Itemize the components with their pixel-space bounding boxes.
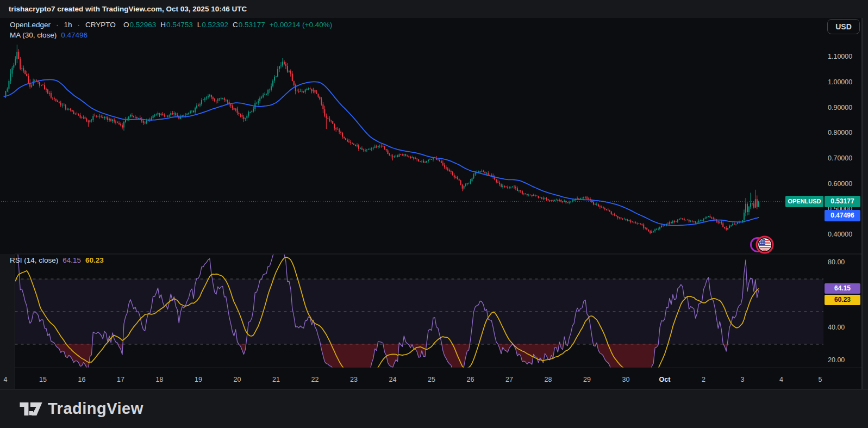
time-tick-label: 27 (505, 376, 513, 383)
high-value: 0.54753 (166, 21, 193, 29)
last-price-badge: 0.53177 (825, 196, 860, 207)
tradingview-wordmark: TradingView (48, 400, 143, 418)
rsi-label: RSI (14, close) (10, 256, 58, 264)
time-tick-label: 24 (389, 376, 397, 383)
time-tick-label: 3 (741, 376, 745, 383)
time-tick-label: Oct (659, 376, 671, 383)
price-tick-label: 0.40000 (828, 231, 852, 238)
time-tick-label: 25 (428, 376, 435, 383)
separator-dot: · (78, 21, 80, 29)
interval-label: 1h (64, 21, 72, 29)
symbol-price-label-badge: OPENLUSD (785, 196, 823, 207)
time-tick-label: 15 (39, 376, 47, 383)
rsi-value: 64.15 (63, 256, 81, 264)
tradingview-snapshot: 1.100001.000000.900000.800000.700000.600… (0, 0, 868, 428)
rsi-tick-label: 80.00 (828, 258, 845, 266)
high-label: H (160, 21, 166, 29)
rsi-value-badge: 64.15 (825, 283, 860, 294)
currency-usd-button[interactable]: USD (827, 19, 860, 34)
time-tick-label: 30 (622, 376, 630, 383)
change-value: +0.00214 (+0.40%) (270, 21, 333, 29)
time-tick-label: 18 (156, 376, 164, 383)
time-tick-label: 5 (819, 376, 822, 383)
price-tick-label: 0.60000 (828, 180, 852, 188)
low-label: L (197, 21, 202, 29)
ma-label: MA (30, close) (10, 31, 57, 39)
symbol-name: OpenLedger (10, 21, 51, 29)
open-value: 0.52963 (129, 21, 156, 29)
time-tick-label: 21 (272, 376, 280, 383)
price-tick-label: 0.90000 (828, 104, 852, 111)
price-tick-label: 0.70000 (828, 154, 852, 162)
time-tick-label: 23 (350, 376, 358, 383)
tradingview-logo-icon (20, 402, 42, 415)
separator-dot: · (56, 21, 59, 29)
ma-value-badge: 0.47496 (825, 210, 860, 221)
time-tick-label: 28 (545, 376, 552, 383)
chart-canvas[interactable]: 1.100001.000000.900000.800000.700000.600… (0, 0, 868, 428)
price-tick-label: 0.80000 (828, 129, 852, 137)
main-legend: OpenLedger · 1h · CRYPTO O 0.52963 H 0.5… (10, 21, 332, 29)
price-tick-label: 1.10000 (828, 53, 852, 60)
rsi-ma-value-badge: 60.23 (825, 295, 860, 305)
time-tick-label: 19 (195, 376, 202, 383)
time-tick-label: 16 (78, 376, 86, 383)
footer-bar: TradingView (0, 389, 868, 428)
ma-value: 0.47496 (61, 31, 88, 39)
time-tick-label: 26 (467, 376, 474, 383)
ma-legend: MA (30, close) 0.47496 (10, 31, 88, 39)
rsi-legend: RSI (14, close) 64.15 60.23 (10, 256, 104, 264)
currency-label: USD (835, 22, 852, 31)
time-tick-label: 17 (117, 376, 124, 383)
time-tick-label: 4 (4, 376, 8, 383)
rsi-tick-label: 40.00 (828, 324, 845, 331)
exchange-label: CRYPTO (85, 21, 116, 29)
close-value: 0.53177 (239, 21, 265, 29)
low-value: 0.52392 (202, 21, 228, 29)
rsi-tick-label: 20.00 (828, 356, 845, 364)
time-tick-label: 4 (779, 376, 783, 383)
title-bar: trishacrypto7 created with TradingView.c… (0, 0, 868, 18)
time-tick-label: 2 (702, 376, 705, 383)
time-tick-label: 20 (234, 376, 241, 383)
tradingview-logo[interactable]: TradingView (20, 400, 143, 418)
rsi-ma-value: 60.23 (85, 256, 104, 264)
us-flag-icon[interactable] (750, 235, 775, 254)
close-label: C (233, 21, 238, 29)
price-tick-label: 1.00000 (828, 78, 852, 86)
time-tick-label: 22 (311, 376, 319, 383)
title-text: trishacrypto7 created with TradingView.c… (9, 5, 247, 13)
time-tick-label: 29 (583, 376, 591, 383)
open-label: O (123, 21, 129, 29)
